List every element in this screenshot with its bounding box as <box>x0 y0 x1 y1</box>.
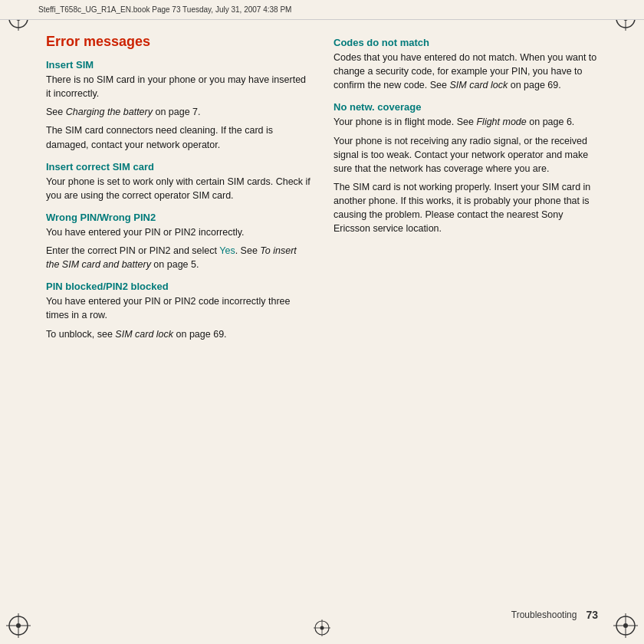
heading-codes-no-match: Codes do not match <box>334 37 598 48</box>
right-column: Codes do not match Codes that you have e… <box>334 28 598 598</box>
svg-point-19 <box>320 626 324 630</box>
para-insert-sim-1: There is no SIM card in your phone or yo… <box>46 73 310 100</box>
para-insert-sim-3: The SIM card connectors need cleaning. I… <box>46 123 310 151</box>
footer-label: Troubleshooting <box>511 610 577 620</box>
para-coverage-3: The SIM card is not working properly. In… <box>334 180 598 236</box>
heading-insert-sim: Insert SIM <box>46 59 310 71</box>
subsection-codes-no-match: Codes do not match Codes that you have e… <box>334 37 598 92</box>
para-insert-sim-2: See Charging the battery on page 7. <box>46 105 310 119</box>
para-coverage-2: Your phone is not receiving any radio si… <box>334 134 598 176</box>
subsection-insert-correct-sim: Insert correct SIM card Your phone is se… <box>46 161 310 202</box>
subsection-no-coverage: No netw. coverage Your phone is in fligh… <box>334 101 598 235</box>
heading-pin-blocked: PIN blocked/PIN2 blocked <box>46 281 310 292</box>
subsection-insert-sim: Insert SIM There is no SIM card in your … <box>46 59 310 152</box>
para-pin-blocked-2: To unblock, see SIM card lock on page 69… <box>46 327 310 341</box>
section-title: Error messages <box>46 34 310 50</box>
page: Steffi_T658c_UG_R1A_EN.book Page 73 Tues… <box>0 0 644 644</box>
para-codes-1: Codes that you have entered do not match… <box>334 51 598 92</box>
heading-insert-correct-sim: Insert correct SIM card <box>46 161 310 172</box>
left-column: Error messages Insert SIM There is no SI… <box>46 28 310 598</box>
para-correct-sim-1: Your phone is set to work only with cert… <box>46 175 310 202</box>
para-coverage-1: Your phone is in flight mode. See Flight… <box>334 115 598 129</box>
main-content: Error messages Insert SIM There is no SI… <box>46 28 598 598</box>
heading-no-coverage: No netw. coverage <box>334 101 598 113</box>
heading-wrong-pin: Wrong PIN/Wrong PIN2 <box>46 212 310 223</box>
para-wrong-pin-1: You have entered your PIN or PIN2 incorr… <box>46 225 310 239</box>
svg-point-15 <box>623 623 628 628</box>
svg-point-11 <box>16 623 21 628</box>
para-wrong-pin-2: Enter the correct PIN or PIN2 and select… <box>46 244 310 271</box>
subsection-pin-blocked: PIN blocked/PIN2 blocked You have entere… <box>46 281 310 340</box>
header-text: Steffi_T658c_UG_R1A_EN.book Page 73 Tues… <box>38 5 291 14</box>
para-pin-blocked-1: You have entered your PIN or PIN2 code i… <box>46 294 310 322</box>
subsection-wrong-pin: Wrong PIN/Wrong PIN2 You have entered yo… <box>46 212 310 271</box>
bottom-center-mark <box>314 619 330 636</box>
header-bar: Steffi_T658c_UG_R1A_EN.book Page 73 Tues… <box>0 0 644 20</box>
footer-page-number: 73 <box>586 609 598 621</box>
